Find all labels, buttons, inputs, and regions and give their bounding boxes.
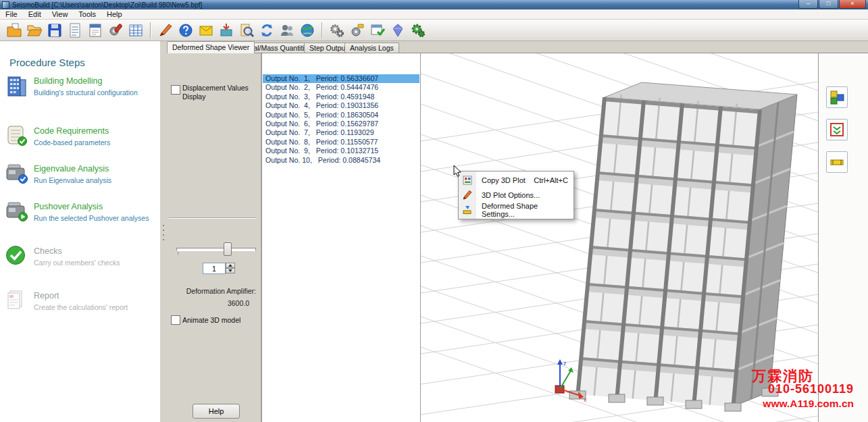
minimize-button[interactable]: – — [798, 0, 818, 9]
sidebar-splitter[interactable] — [160, 41, 167, 422]
checks-icon — [5, 244, 30, 269]
sidebar-item-pushover-analysis[interactable]: Pushover Analysis Run the selected Pusho… — [0, 200, 159, 239]
plot-options-icon[interactable] — [155, 21, 176, 40]
mode-spinner-input[interactable] — [203, 263, 226, 274]
context-menu-item-copy-3d-plot[interactable]: Copy 3D Plot Ctrl+Alt+C — [459, 173, 573, 188]
tab-strip: Deformed Shape Viewer Modal/Mass Quantit… — [167, 41, 868, 53]
step-description: Carry out members' checks — [34, 259, 120, 267]
menu-tools[interactable]: Tools — [73, 9, 101, 19]
gem-icon[interactable] — [388, 21, 408, 40]
code-requirements-icon — [5, 124, 30, 149]
help-icon[interactable] — [176, 21, 196, 40]
data-grid-icon[interactable] — [126, 21, 146, 40]
menu-bar: File Edit View Tools Help — [0, 9, 868, 20]
sidebar-item-checks[interactable]: Checks Carry out members' checks — [0, 244, 159, 284]
window-title: SeismoBuild [C:\Users\santon\Desktop\Zoi… — [12, 1, 202, 9]
shortcut-text: Ctrl+Alt+C — [534, 176, 568, 184]
step-label: Building Modelling — [34, 76, 102, 86]
step-label: Checks — [34, 246, 62, 256]
step-description: Run the selected Pushover analyses — [34, 214, 149, 222]
output-list-item[interactable]: Output No. 2, Period: 0.54447476 — [263, 83, 419, 92]
import-data-icon[interactable] — [216, 21, 236, 40]
web-icon[interactable] — [297, 21, 317, 40]
panel-divider — [169, 217, 257, 219]
scheme-check-icon[interactable] — [367, 21, 388, 40]
open-project-icon[interactable] — [24, 21, 45, 40]
input-tables-icon[interactable] — [65, 21, 85, 40]
mode-slider-thumb[interactable] — [224, 242, 232, 256]
deformation-amplifier-value: 3600.0 — [170, 299, 249, 307]
step-label: Eigenvalue Analysis — [34, 164, 109, 174]
step-description: Building's structural configuration — [34, 88, 138, 97]
step-label: Pushover Analysis — [34, 202, 103, 211]
menu-edit[interactable]: Edit — [23, 9, 47, 19]
sidebar-item-report[interactable]: Report Create the calculations' report — [0, 289, 159, 328]
menu-file[interactable]: File — [0, 9, 23, 19]
close-button[interactable]: × — [839, 0, 866, 9]
save-icon[interactable] — [45, 21, 65, 40]
animate-3d-checkbox[interactable] — [171, 315, 180, 325]
refresh-icon[interactable] — [257, 21, 277, 40]
tools-icon[interactable] — [347, 21, 367, 40]
new-project-icon[interactable] — [4, 21, 24, 40]
context-menu: Copy 3D Plot Ctrl+Alt+C 3D Plot Options.… — [458, 171, 574, 219]
animate-3d-label: Animate 3D model — [182, 316, 240, 324]
output-list-item[interactable]: Output No. 8, Period: 0.11550577 — [263, 138, 419, 147]
tab-analysis-logs[interactable]: Analysis Logs — [344, 43, 399, 53]
output-list-item[interactable]: Output No. 4, Period: 0.19031356 — [263, 101, 419, 110]
maximize-button[interactable]: □ — [819, 0, 838, 9]
output-list[interactable]: Output No. 1, Period: 0.56336607 Output … — [261, 53, 421, 422]
app-logo-icon — [2, 1, 9, 9]
context-menu-item-3d-plot-options[interactable]: 3D Plot Options... — [459, 188, 573, 203]
step-label: Report — [34, 291, 59, 300]
output-list-item[interactable]: Output No. 6, Period: 0.15629787 — [263, 120, 419, 128]
viewer-control-panel: Displacement Values Display Deformation … — [167, 53, 261, 422]
tab-deformed-shape-viewer[interactable]: Deformed Shape Viewer — [167, 41, 255, 53]
output-list-item[interactable]: Output No. 7, Period: 0.1193029 — [263, 128, 419, 137]
mouse-cursor — [453, 165, 462, 179]
step-description: Code-based parameters — [34, 138, 110, 147]
output-list-item[interactable]: Output No. 10, Period: 0.08845734 — [263, 156, 419, 165]
mode-spinner — [203, 263, 236, 274]
deformed-building-model — [569, 82, 797, 411]
processor-settings-icon[interactable] — [327, 21, 347, 40]
participants-icon[interactable] — [277, 21, 297, 40]
output-list-item[interactable]: Output No. 3, Period: 0.4591948 — [263, 93, 419, 101]
print-report-icon[interactable] — [85, 21, 105, 40]
member-checks-icon[interactable] — [826, 119, 848, 140]
settings-icon[interactable] — [105, 21, 126, 40]
section-display-icon[interactable] — [826, 151, 848, 173]
toolbar-separator — [322, 22, 323, 38]
output-list-item[interactable]: Output No. 9, Period: 0.10132715 — [263, 147, 419, 155]
help-button[interactable]: Help — [193, 404, 240, 419]
menu-view[interactable]: View — [47, 9, 74, 19]
sidebar-item-code-requirements[interactable]: Code Requirements Code-based parameters — [0, 124, 159, 163]
search-icon[interactable] — [236, 21, 257, 40]
output-list-item[interactable]: Output No. 5, Period: 0.18630504 — [263, 111, 419, 120]
displacement-values-checkbox[interactable] — [171, 85, 180, 95]
step-description: Run Eigenvalue analysis — [34, 176, 111, 184]
spinner-up-icon[interactable] — [226, 263, 235, 268]
slider-tick — [178, 252, 178, 255]
building-modelling-icon — [5, 74, 30, 99]
viewer-side-toolbar — [818, 53, 868, 422]
report-icon — [5, 289, 30, 313]
sidebar-item-eigenvalue-analysis[interactable]: Eigenvalue Analysis Run Eigenvalue analy… — [0, 162, 159, 201]
title-bar[interactable]: SeismoBuild [C:\Users\santon\Desktop\Zoi… — [0, 0, 868, 9]
eigenvalue-analysis-icon — [5, 162, 30, 186]
context-menu-item-deformed-shape-settings[interactable]: Deformed Shape Settings... — [459, 203, 573, 217]
run-analysis-icon[interactable] — [408, 21, 428, 40]
sidebar-item-building-modelling[interactable]: Building Modelling Building's structural… — [0, 74, 159, 113]
menu-help[interactable]: Help — [101, 9, 128, 19]
output-list-item[interactable]: Output No. 1, Period: 0.56336607 — [263, 74, 419, 83]
step-label: Code Requirements — [34, 126, 109, 136]
watermark-url: www.A119.com.cn — [763, 398, 854, 410]
toolbar-separator — [150, 22, 151, 38]
deformation-amplifier-label: Deformation Amplifier: — [170, 287, 256, 295]
mode-slider-track[interactable] — [176, 248, 256, 251]
main-toolbar — [0, 20, 868, 41]
deformed-shape-view-icon[interactable] — [826, 86, 848, 108]
email-icon[interactable] — [196, 21, 216, 40]
app-window: SeismoBuild [C:\Users\santon\Desktop\Zoi… — [0, 0, 868, 422]
spinner-down-icon[interactable] — [226, 268, 235, 273]
